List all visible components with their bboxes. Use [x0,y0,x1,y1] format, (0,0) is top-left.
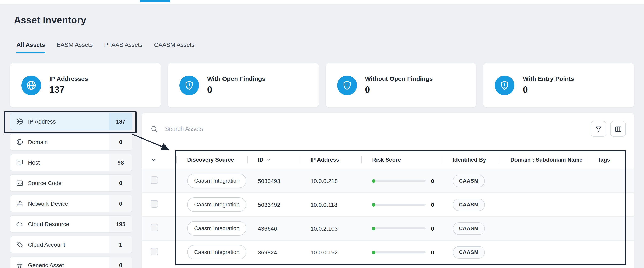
table-row: Caasm Integration 5033493 10.0.0.218 0 C… [142,169,634,192]
card-label: With Open Findings [207,75,266,82]
col-identified-by[interactable]: Identified By [442,156,500,163]
sidebar-item-label: Generic Asset [28,262,64,268]
risk-track [372,251,426,253]
sidebar-item-label: Cloud Account [28,241,65,248]
sidebar-item-count: 98 [109,154,132,171]
risk-score: 0 [372,249,442,256]
card-ip-addresses: IP Addresses 137 [10,63,161,107]
sidebar-item-count: 1 [109,236,132,253]
shield-icon [495,75,515,95]
row-checkbox[interactable] [150,200,158,208]
table-toolbar [142,113,634,145]
sort-chevron-down-icon[interactable] [266,157,271,162]
row-checkbox[interactable] [150,224,158,232]
asset-tabs: All Assets EASM Assets PTAAS Assets CAAS… [16,41,634,53]
col-tags[interactable]: Tags [587,156,634,163]
active-nav-tab-indicator [140,0,170,2]
risk-dot [372,227,376,230]
risk-score-value: 0 [431,249,434,256]
risk-score-value: 0 [431,225,434,232]
card-with-open-findings: With Open Findings 0 [168,63,319,107]
table-body: Caasm Integration 5033493 10.0.0.218 0 C… [142,169,634,264]
sidebar-item-generic-asset[interactable]: Generic Asset 0 [10,257,132,268]
table-row: Caasm Integration 436646 10.0.2.103 0 CA… [142,216,634,240]
search-icon [150,125,158,133]
col-domain-subdomain[interactable]: Domain : Subdomain Name [500,156,587,163]
risk-score: 0 [372,177,442,184]
sidebar-item-source-code[interactable]: Source Code 0 [10,174,132,192]
filter-button[interactable] [590,121,606,137]
asset-inventory-screen: Asset Inventory All Assets EASM Assets P… [0,0,644,268]
asset-type-sidebar: IP Address 137 Domain 0 [10,113,132,268]
cloud-account-tag-icon [16,241,24,248]
col-ip-address[interactable]: IP Address [300,156,362,163]
sidebar-item-cloud-account[interactable]: Cloud Account 1 [10,236,132,253]
asset-id: 436646 [247,225,300,232]
tab-caasm-assets[interactable]: CAASM Assets [154,41,194,53]
risk-score: 0 [372,225,442,232]
table-row: Caasm Integration 369824 10.0.0.192 0 CA… [142,240,634,264]
risk-dot [372,179,376,183]
sidebar-item-cloud-resource[interactable]: Cloud Resource 195 [10,215,132,233]
card-label: Without Open Findings [365,75,433,82]
card-with-entry-points: With Entry Points 0 [484,63,634,107]
sidebar-item-label: Network Device [28,200,68,207]
sidebar-item-label: Cloud Resource [28,221,69,227]
content-area: IP Address 137 Domain 0 [10,113,634,268]
sidebar-item-count: 0 [109,195,132,212]
tab-all-assets[interactable]: All Assets [16,41,45,53]
card-value: 137 [49,85,88,95]
page-title: Asset Inventory [14,15,634,26]
shield-icon [179,75,199,95]
sidebar-item-label: IP Address [28,118,56,125]
table-row: Caasm Integration 5033492 10.0.0.118 0 C… [142,192,634,216]
col-discovery-source[interactable]: Discovery Source [176,156,247,163]
risk-score: 0 [372,201,442,208]
sidebar-item-ip-address[interactable]: IP Address 137 [10,113,132,130]
col-expand [142,156,176,163]
discovery-source-pill: Caasm Integration [187,221,246,236]
funnel-icon [594,125,602,133]
page: Asset Inventory All Assets EASM Assets P… [0,15,644,268]
sidebar-item-label: Host [28,159,40,166]
source-code-icon [16,179,24,187]
columns-icon [614,125,622,133]
table-header: Discovery Source ID IP Address Risk Scor… [142,151,634,169]
card-value: 0 [207,85,266,95]
summary-cards: IP Addresses 137 With Open Findings 0 [10,63,634,107]
top-nav-strip [0,0,644,4]
tab-easm-assets[interactable]: EASM Assets [56,41,93,53]
sidebar-item-label: Domain [28,139,48,145]
tab-ptaas-assets[interactable]: PTAAS Assets [104,41,142,53]
row-checkbox[interactable] [150,176,158,184]
row-checkbox[interactable] [150,248,158,255]
chevron-down-icon[interactable] [150,156,157,163]
sidebar-item-count: 137 [109,113,132,130]
sidebar-item-host[interactable]: Host 98 [10,154,132,171]
asset-id: 369824 [247,249,300,256]
risk-track [372,180,426,182]
cloud-icon [16,220,24,228]
sidebar-item-network-device[interactable]: Network Device 0 [10,195,132,212]
domain-globe-icon [16,138,24,146]
columns-button[interactable] [610,121,626,137]
identified-by-badge: CAASM [453,175,485,187]
card-label: With Entry Points [523,75,574,82]
card-label: IP Addresses [49,75,88,82]
assets-table-panel: Discovery Source ID IP Address Risk Scor… [142,113,634,268]
col-risk-score[interactable]: Risk Score [362,156,442,163]
sidebar-item-label: Source Code [28,180,62,186]
sidebar-item-count: 195 [109,216,132,232]
risk-track [372,227,426,229]
sidebar-item-domain[interactable]: Domain 0 [10,134,132,151]
sidebar-item-count: 0 [109,134,132,150]
search-input[interactable] [164,125,585,133]
risk-score-value: 0 [431,177,434,184]
asset-id: 5033492 [247,201,300,208]
col-id[interactable]: ID [247,156,300,163]
discovery-source-pill: Caasm Integration [187,245,246,259]
ip-address: 10.0.0.218 [300,177,362,184]
shield-icon [337,75,357,95]
risk-dot [372,203,376,206]
risk-track [372,204,426,206]
